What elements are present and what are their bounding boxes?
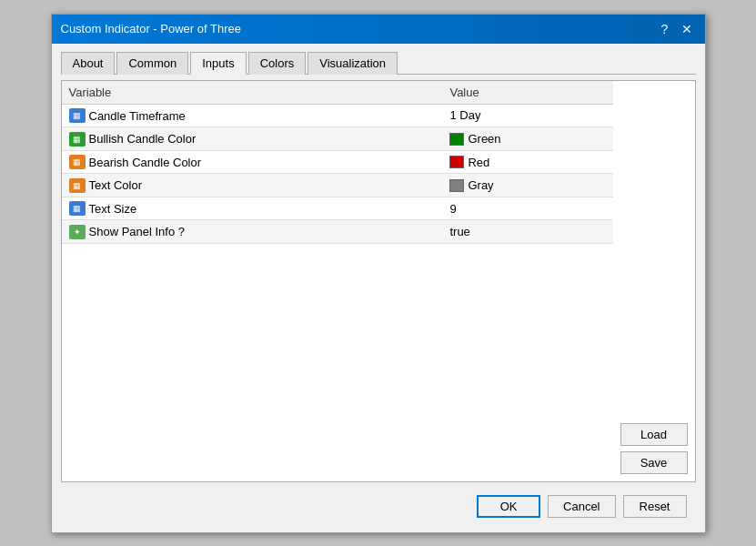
right-panel: Load Save (613, 81, 695, 481)
green-grid-icon: ▦ (69, 132, 86, 147)
variable-cell: ▦Text Color (62, 174, 443, 197)
table-row[interactable]: ▦Text Size9 (62, 197, 613, 220)
bottom-bar: OK Cancel Reset (61, 488, 696, 523)
value-cell: 1 Day (442, 104, 612, 127)
variables-table: Variable Value ▦Candle Timeframe1 Day▦Bu… (62, 81, 613, 244)
value-cell: Green (442, 127, 612, 151)
reset-button[interactable]: Reset (623, 495, 687, 518)
tab-inputs[interactable]: Inputs (190, 52, 246, 75)
title-bar: Custom Indicator - Power of Three ? ✕ (52, 15, 705, 44)
col-value: Value (442, 81, 612, 105)
variable-cell: ✦Show Panel Info ? (62, 220, 443, 244)
variable-name: Text Color (89, 178, 143, 192)
blue-grid-icon: ▦ (69, 108, 86, 123)
col-variable: Variable (62, 81, 443, 105)
orange-grid-icon: ▦ (69, 155, 86, 169)
content-wrapper: Variable Value ▦Candle Timeframe1 Day▦Bu… (61, 80, 696, 482)
value-cell: Red (442, 150, 612, 174)
orange-grid-icon: ▦ (69, 178, 86, 193)
blue-grid-icon: ▦ (69, 201, 86, 216)
table-row[interactable]: ✦Show Panel Info ?true (62, 220, 613, 244)
cancel-button[interactable]: Cancel (548, 495, 615, 518)
color-label: Green (468, 132, 500, 146)
tab-about[interactable]: About (61, 52, 116, 75)
color-swatch (449, 179, 464, 192)
dialog-window: Custom Indicator - Power of Three ? ✕ Ab… (51, 14, 706, 533)
color-swatch (449, 133, 464, 146)
ok-button[interactable]: OK (477, 495, 540, 518)
dialog-body: About Common Inputs Colors Visualization… (52, 44, 705, 532)
close-button[interactable]: ✕ (678, 20, 696, 38)
variable-cell: ▦Bullish Candle Color (62, 127, 443, 151)
table-row[interactable]: ▦Bearish Candle ColorRed (62, 150, 613, 174)
help-button[interactable]: ? (656, 20, 674, 38)
variable-cell: ▦Candle Timeframe (62, 104, 443, 127)
tab-visualization[interactable]: Visualization (307, 52, 398, 75)
value-cell: 9 (442, 197, 612, 220)
variable-name: Bullish Candle Color (89, 132, 197, 146)
variable-cell: ▦Text Size (62, 197, 443, 220)
value-cell: true (442, 220, 612, 244)
variable-name: Bearish Candle Color (89, 156, 202, 169)
chart-icon: ✦ (69, 225, 86, 239)
value-cell: Gray (442, 174, 612, 197)
color-swatch (449, 156, 464, 168)
variable-cell: ▦Bearish Candle Color (62, 150, 443, 174)
variable-name: Show Panel Info ? (89, 225, 186, 238)
table-row[interactable]: ▦Text ColorGray (62, 174, 613, 197)
tab-bar: About Common Inputs Colors Visualization (61, 51, 696, 75)
table-row[interactable]: ▦Candle Timeframe1 Day (62, 104, 613, 127)
variable-name: Text Size (89, 202, 137, 216)
save-button[interactable]: Save (620, 451, 688, 474)
table-row[interactable]: ▦Bullish Candle ColorGreen (62, 127, 613, 151)
variable-name: Candle Timeframe (89, 109, 186, 123)
title-bar-controls: ? ✕ (656, 20, 696, 38)
tab-common[interactable]: Common (116, 52, 188, 75)
table-section: Variable Value ▦Candle Timeframe1 Day▦Bu… (62, 81, 613, 481)
tab-colors[interactable]: Colors (248, 52, 307, 75)
color-label: Gray (468, 179, 493, 193)
window-title: Custom Indicator - Power of Three (61, 22, 241, 35)
color-label: Red (468, 156, 489, 169)
load-button[interactable]: Load (620, 423, 688, 446)
